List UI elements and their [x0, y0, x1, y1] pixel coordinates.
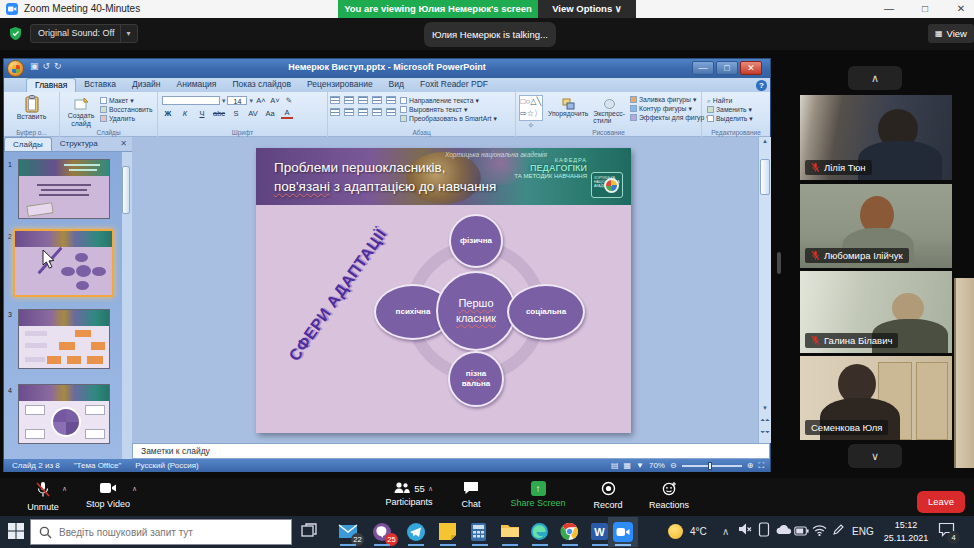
dropdown-arrow-icon[interactable]: ▾	[120, 25, 130, 42]
maximize-button[interactable]: □	[912, 1, 938, 17]
columns-button[interactable]	[386, 108, 396, 116]
tab-insert[interactable]: Вставка	[76, 78, 124, 92]
bold-button[interactable]: Ж	[162, 109, 174, 118]
line-spacing-button[interactable]	[386, 96, 396, 104]
tab-foxit[interactable]: Foxit Reader PDF	[412, 78, 496, 92]
ppt-minimize-button[interactable]: —	[692, 61, 714, 75]
smartart-button[interactable]: Преобразовать в SmartArt ▾	[400, 114, 497, 123]
calculator-app-icon[interactable]	[470, 522, 490, 542]
close-pane-icon[interactable]: ✕	[115, 137, 132, 151]
tab-slideshow[interactable]: Показ слайдов	[224, 78, 299, 92]
onedrive-cloud-icon[interactable]	[775, 522, 793, 542]
weather-temperature[interactable]: 4°C	[690, 526, 707, 537]
close-button[interactable]: ✕	[948, 1, 974, 17]
wifi-icon[interactable]	[812, 522, 827, 542]
file-explorer-icon[interactable]	[500, 522, 520, 542]
grow-font-button[interactable]: A˄	[255, 96, 267, 105]
leave-button[interactable]: Leave	[917, 491, 965, 513]
fit-to-window-button[interactable]: ⛶	[758, 461, 764, 471]
font-name-box[interactable]	[162, 96, 220, 105]
shrink-font-button[interactable]: A˅	[269, 96, 281, 105]
italic-button[interactable]: К	[179, 109, 191, 118]
slide-sorter-icon[interactable]: ▦	[623, 461, 631, 470]
view-button[interactable]: ▦ View	[928, 24, 974, 43]
record-button[interactable]: Record	[584, 481, 632, 510]
original-sound-button[interactable]: Original Sound: Off▾	[30, 24, 138, 43]
shapes-gallery[interactable]: □○△╲⇨☆〉✧	[519, 95, 543, 121]
node-cognitive[interactable]: пізна вальна	[448, 351, 504, 407]
underline-button[interactable]: Ч	[196, 109, 208, 118]
sidebar-resize-handle[interactable]	[777, 252, 781, 274]
select-button[interactable]: Выделить ▾	[707, 114, 770, 123]
weather-sun-icon[interactable]	[668, 524, 683, 539]
delete-slide-button[interactable]: Удалить	[100, 114, 153, 123]
audio-options-caret[interactable]: ∧	[62, 485, 67, 493]
view-options-button[interactable]: View Options ∨	[538, 0, 636, 18]
edge-browser-icon[interactable]	[530, 522, 550, 542]
bullets-button[interactable]	[330, 96, 340, 104]
strikethrough-button[interactable]: abc	[213, 109, 225, 118]
tab-animation[interactable]: Анимация	[169, 78, 225, 92]
indent-increase-button[interactable]	[372, 96, 382, 104]
video-tile-participant-2[interactable]: Любомира Ілійчук	[800, 184, 952, 268]
help-icon[interactable]: ?	[756, 80, 767, 91]
next-slide-button[interactable]: ⏷⏷	[759, 429, 771, 436]
slide-thumbnail-3[interactable]	[18, 309, 110, 369]
tab-view[interactable]: Вид	[381, 78, 412, 92]
layout-button[interactable]: Макет ▾	[100, 96, 153, 105]
scroll-participants-down-button[interactable]: ∨	[848, 444, 902, 468]
zoom-slider[interactable]	[682, 465, 742, 467]
tab-home[interactable]: Главная	[26, 78, 76, 92]
char-spacing-button[interactable]: AV	[247, 109, 259, 118]
align-right-button[interactable]	[358, 108, 368, 116]
mail-app-icon[interactable]: 22	[338, 522, 358, 542]
outline-tab[interactable]: Структура	[52, 137, 106, 151]
zoom-app-taskbar-icon[interactable]	[613, 522, 633, 542]
clock[interactable]: 15:12 25.11.2021	[880, 519, 932, 545]
text-direction-button[interactable]: Направление текста ▾	[400, 96, 497, 105]
participants-button[interactable]: 55 Participants	[374, 481, 444, 507]
slide-canvas[interactable]: Хортицька національна академія КАФЕДРА П…	[256, 148, 631, 433]
chrome-browser-icon[interactable]	[560, 522, 580, 542]
pen-icon[interactable]	[832, 522, 844, 542]
font-color-button[interactable]: A	[281, 108, 293, 119]
minimize-button[interactable]: —	[876, 1, 902, 17]
shape-outline-button[interactable]: Контур фигуры ▾	[630, 104, 710, 113]
video-tile-participant-1[interactable]: Лілія Тюн	[800, 95, 952, 180]
normal-view-icon[interactable]: ▤	[611, 461, 619, 470]
slideshow-view-icon[interactable]: ▼	[636, 461, 644, 470]
font-size-box[interactable]: 14	[227, 96, 247, 105]
search-input[interactable]	[59, 527, 269, 538]
slide-scrollbar[interactable]: ▲ ▼ ⏶⏶ ⏷⏷	[758, 137, 771, 443]
viber-app-icon[interactable]: 25	[372, 522, 392, 542]
action-center-button[interactable]: 4	[938, 522, 956, 542]
replace-button[interactable]: Заменить ▾	[707, 105, 770, 114]
video-tile-participant-4[interactable]: Семенкова Юля	[800, 356, 952, 440]
language-indicator[interactable]: Русский (Россия)	[135, 461, 198, 470]
slide-title[interactable]: Проблеми першокласників, пов'язані з ада…	[274, 158, 496, 196]
node-physical[interactable]: фізична	[449, 214, 503, 268]
tab-design[interactable]: Дизайн	[124, 78, 169, 92]
align-center-button[interactable]	[344, 108, 354, 116]
change-case-button[interactable]: Aa	[264, 109, 276, 118]
justify-button[interactable]	[372, 108, 382, 116]
task-view-button[interactable]	[300, 522, 320, 542]
volume-muted-icon[interactable]	[738, 522, 752, 542]
numbering-button[interactable]	[344, 96, 354, 104]
video-tile-participant-3[interactable]: Галина Білавич	[800, 271, 952, 353]
participants-caret[interactable]: ∧	[428, 485, 433, 493]
ppt-maximize-button[interactable]: □	[716, 61, 738, 75]
stop-video-button[interactable]: Stop Video	[80, 481, 136, 509]
start-button[interactable]	[7, 522, 27, 542]
ppt-close-button[interactable]: ✕	[740, 61, 762, 75]
slides-tab[interactable]: Слайды	[4, 137, 52, 151]
video-options-caret[interactable]: ∧	[132, 485, 137, 493]
align-left-button[interactable]	[330, 108, 340, 116]
share-screen-button[interactable]: ↑ Share Screen	[506, 481, 570, 508]
tray-expand-icon[interactable]: ∧	[722, 526, 729, 537]
align-text-button[interactable]: Выровнять текст ▾	[400, 105, 497, 114]
shape-fill-button[interactable]: Заливка фигуры ▾	[630, 95, 710, 104]
node-social[interactable]: соціальна	[507, 284, 585, 340]
paste-button[interactable]: Вставить	[4, 92, 59, 120]
taskbar-search[interactable]	[30, 519, 292, 545]
